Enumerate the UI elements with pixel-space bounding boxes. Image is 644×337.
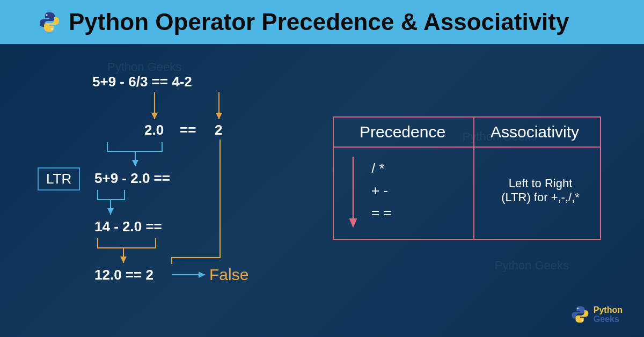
expr-line-2-left: 2.0 (144, 122, 164, 138)
expr-line-4: 14 - 2.0 == (94, 218, 162, 235)
footer-brand-line2: Geeks (594, 314, 623, 324)
expr-line-2-eq: == (180, 122, 196, 138)
associativity-cell: Left to Right (LTR) for +,-,/,* (484, 177, 597, 204)
expr-line-2-right: 2 (215, 122, 222, 138)
svg-point-9 (577, 308, 579, 310)
footer-brand: Python Geeks (571, 305, 623, 324)
python-logo-icon (39, 11, 60, 33)
table-header-precedence: Precedence (360, 123, 445, 141)
page-title: Python Operator Precedence & Associativi… (69, 9, 569, 35)
table-header-associativity: Associativity (491, 123, 579, 141)
svg-point-10 (582, 320, 583, 321)
table-hdivider (334, 146, 600, 148)
expr-line-1: 5+9 - 6/3 == 4-2 (92, 74, 192, 90)
diagram-canvas: Python Geeks Python Geeks Python Geeks 5… (0, 44, 644, 337)
associativity-line-1: Left to Right (484, 177, 597, 191)
ltr-badge: LTR (38, 167, 80, 191)
precedence-list: / * + - = = (371, 155, 392, 226)
precedence-row-1: / * (371, 160, 392, 177)
precedence-row-2: + - (371, 182, 392, 199)
watermark: Python Geeks (495, 259, 569, 273)
result-label: False (209, 266, 248, 284)
associativity-line-2: (LTR) for +,-,/,* (484, 191, 597, 204)
expr-line-3: 5+9 - 2.0 == (94, 170, 170, 187)
watermark: Python Geeks (107, 60, 181, 74)
header-banner: Python Operator Precedence & Associativi… (0, 0, 644, 44)
python-logo-icon (571, 305, 589, 324)
table-vdivider (473, 118, 474, 239)
expr-line-5: 12.0 == 2 (94, 267, 153, 283)
svg-point-0 (46, 14, 47, 16)
precedence-table: Precedence Associativity / * + - = = Lef… (333, 116, 601, 240)
footer-brand-line1: Python (594, 305, 623, 315)
footer-brand-text: Python Geeks (594, 305, 623, 324)
precedence-row-3: = = (371, 204, 392, 221)
svg-point-1 (51, 28, 53, 30)
